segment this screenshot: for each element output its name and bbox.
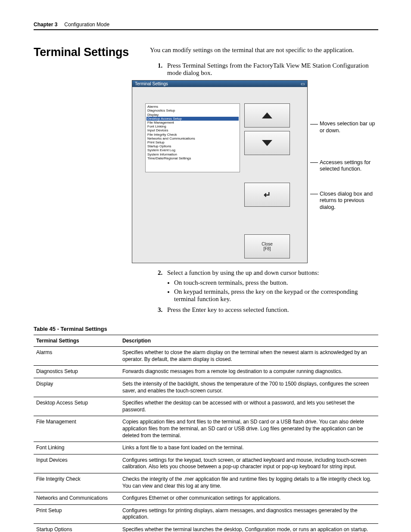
section-intro: You can modify settings on the terminal …	[150, 46, 378, 54]
table-row: Input DevicesConfigures settings for the…	[34, 454, 378, 473]
setting-description: Configures settings for printing display…	[120, 504, 378, 523]
terminal-settings-table: Terminal Settings Description AlarmsSpec…	[34, 335, 378, 532]
setting-name: Networks and Communications	[34, 492, 120, 505]
setting-description: Checks the integrity of the .mer applica…	[120, 473, 378, 492]
listbox-item[interactable]: Alarms	[146, 105, 239, 109]
window-controls-icon: ▭	[301, 81, 305, 86]
chapter-title: Configuration Mode	[64, 22, 109, 28]
setting-description: Configures settings for the keypad, touc…	[120, 454, 378, 473]
step-bullet: On keypad terminals, press the key on th…	[174, 288, 378, 303]
table-header-desc: Description	[120, 335, 378, 347]
step-number: 1.	[158, 62, 165, 77]
listbox-item[interactable]: System Event Log	[146, 148, 239, 152]
enter-icon: ↵	[264, 190, 271, 200]
setting-name: File Integrity Check	[34, 473, 120, 492]
step-number: 2.	[158, 269, 165, 277]
callout-close: Closes dialog box and returns to previou…	[313, 191, 378, 211]
listbox-item[interactable]: Startup Options	[146, 144, 239, 148]
setting-name: Input Devices	[34, 454, 120, 473]
callout-enter: Accesses settings for selected function.	[313, 159, 378, 173]
step-text: Press the Enter key to access selected f…	[167, 306, 289, 314]
setting-description: Specifies whether the terminal launches …	[120, 523, 378, 532]
chapter-label: Chapter 3	[34, 22, 57, 28]
setting-description: Links a font file to a base font loaded …	[120, 442, 378, 454]
listbox-item[interactable]: Diagnostics Setup	[146, 109, 239, 112]
table-row: Startup OptionsSpecifies whether the ter…	[34, 523, 378, 532]
setting-name: Font Linking	[34, 442, 120, 454]
table-row: Networks and CommunicationsConfigures Et…	[34, 492, 378, 505]
listbox-item[interactable]: Time/Date/Regional Settings	[146, 156, 239, 160]
dialog-title: Terminal Settings	[135, 81, 168, 86]
arrow-down-icon	[262, 140, 272, 146]
setting-description: Copies application files and font files …	[120, 416, 378, 442]
terminal-settings-dialog: Terminal Settings ▭ AlarmsDiagnostics Se…	[132, 80, 308, 263]
listbox-item[interactable]: Print Setup	[146, 140, 239, 144]
close-button-label: Close[F8]	[262, 242, 273, 251]
settings-listbox[interactable]: AlarmsDiagnostics SetupDisplayDesktop Ac…	[145, 103, 240, 172]
setting-name: Alarms	[34, 347, 120, 366]
table-row: AlarmsSpecifies whether to close the ala…	[34, 347, 378, 366]
table-row: Desktop Access SetupSpecifies whether th…	[34, 397, 378, 416]
move-down-button[interactable]	[244, 131, 290, 155]
setting-name: Diagnostics Setup	[34, 366, 120, 378]
section-heading: Terminal Settings	[34, 46, 138, 59]
arrow-up-icon	[262, 112, 272, 118]
step-text: Select a function by using the up and do…	[167, 269, 319, 277]
listbox-item[interactable]: System Information	[146, 152, 239, 156]
table-row: Print SetupConfigures settings for print…	[34, 504, 378, 523]
step-bullet: On touch-screen terminals, press the but…	[174, 279, 378, 286]
listbox-item[interactable]: Font Linking	[146, 124, 239, 128]
setting-description: Specifies whether to close the alarm dis…	[120, 347, 378, 366]
setting-description: Specifies whether the desktop can be acc…	[120, 397, 378, 416]
setting-description: Sets the intensity of the backlight, sho…	[120, 378, 378, 397]
setting-name: File Management	[34, 416, 120, 442]
table-row: Diagnostics SetupForwards diagnostic mes…	[34, 366, 378, 378]
table-row: DisplaySets the intensity of the backlig…	[34, 378, 378, 397]
page: Chapter 3 Configuration Mode Terminal Se…	[0, 0, 411, 532]
setting-description: Forwards diagnostic messages from a remo…	[120, 366, 378, 378]
step-number: 3.	[158, 306, 165, 314]
dialog-titlebar: Terminal Settings ▭	[132, 81, 307, 87]
listbox-item[interactable]: Input Devices	[146, 128, 239, 132]
setting-name: Print Setup	[34, 504, 120, 523]
setting-name: Startup Options	[34, 523, 120, 532]
table-row: File Integrity CheckChecks the integrity…	[34, 473, 378, 492]
header-rule	[34, 29, 378, 30]
setting-name: Desktop Access Setup	[34, 397, 120, 416]
listbox-item[interactable]: File Integrity Check	[146, 133, 239, 137]
terminal-settings-figure: Terminal Settings ▭ AlarmsDiagnostics Se…	[132, 80, 378, 263]
table-row: Font LinkingLinks a font file to a base …	[34, 442, 378, 454]
listbox-item[interactable]: Display	[146, 113, 239, 117]
running-header: Chapter 3 Configuration Mode	[34, 22, 378, 28]
listbox-item[interactable]: Desktop Access Setup	[146, 117, 239, 121]
listbox-item[interactable]: File Management	[146, 121, 239, 124]
listbox-item[interactable]: Networks and Communications	[146, 137, 239, 140]
enter-button[interactable]: ↵	[244, 183, 290, 207]
table-caption: Table 45 - Terminal Settings	[34, 326, 378, 332]
move-up-button[interactable]	[244, 103, 290, 128]
figure-callouts: Moves selection bar up or down. Accesses…	[313, 80, 378, 263]
close-button[interactable]: Close[F8]	[244, 234, 290, 258]
setting-description: Configures Ethernet or other communicati…	[120, 492, 378, 505]
table-header-name: Terminal Settings	[34, 335, 120, 347]
setting-name: Display	[34, 378, 120, 397]
callout-move: Moves selection bar up or down.	[313, 121, 378, 134]
step-text: Press Terminal Settings from the Factory…	[167, 62, 378, 77]
table-row: File ManagementCopies application files …	[34, 416, 378, 442]
